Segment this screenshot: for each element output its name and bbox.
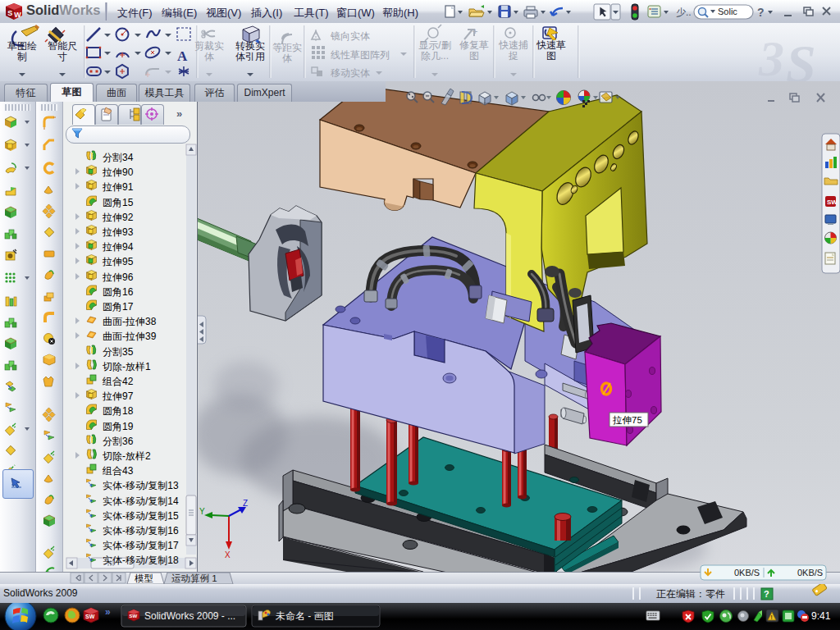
svg-text:移动实体: 移动实体	[331, 67, 370, 79]
svg-text:运动算例 1: 运动算例 1	[171, 573, 217, 583]
svg-text:图: 图	[546, 50, 556, 62]
svg-text:SW: SW	[827, 199, 838, 206]
svg-text:拉伸75: 拉伸75	[612, 415, 642, 425]
svg-text:体: 体	[282, 52, 292, 64]
svg-text:SolidWorks 2009 - ...: SolidWorks 2009 - ...	[144, 610, 235, 622]
svg-text:剪裁实: 剪裁实	[194, 40, 224, 52]
svg-text:Z: Z	[243, 499, 248, 508]
svg-text:Y: Y	[199, 507, 205, 516]
svg-text:制: 制	[17, 51, 27, 62]
svg-text:快速草: 快速草	[536, 39, 566, 51]
svg-text:+: +	[472, 26, 477, 36]
svg-text:!: !	[771, 614, 773, 621]
svg-text:除几...: 除几...	[421, 50, 449, 62]
svg-text:?: ?	[764, 589, 769, 599]
svg-text:9:41: 9:41	[811, 610, 831, 622]
svg-text:SW: SW	[85, 614, 95, 619]
svg-text:线性草图阵列: 线性草图阵列	[331, 49, 390, 61]
svg-text:X: X	[225, 550, 231, 559]
svg-text:»: »	[105, 606, 111, 618]
svg-text:草图绘: 草图绘	[7, 40, 37, 52]
svg-text:SW: SW	[130, 614, 138, 619]
svg-text:0KB/S: 0KB/S	[797, 568, 823, 578]
svg-text:0KB/S: 0KB/S	[734, 568, 760, 578]
svg-text:修复草: 修复草	[459, 39, 489, 51]
svg-text:模型: 模型	[135, 573, 153, 583]
svg-text:W: W	[14, 11, 21, 19]
svg-text:显示/删: 显示/删	[418, 39, 450, 51]
svg-text:镜向实体: 镜向实体	[330, 30, 370, 42]
svg-text:A: A	[177, 48, 188, 64]
svg-text:体: 体	[204, 51, 214, 62]
svg-text:Solic: Solic	[718, 7, 737, 16]
svg-text:未命名 - 画图: 未命名 - 画图	[276, 610, 334, 622]
svg-text:少..: 少..	[676, 7, 692, 18]
svg-text:智能尺: 智能尺	[48, 40, 77, 52]
svg-text:3: 3	[758, 30, 784, 81]
svg-text:S: S	[7, 9, 12, 17]
svg-text:等距实: 等距实	[272, 42, 302, 53]
svg-text:体引用: 体引用	[235, 51, 265, 62]
svg-text:?: ?	[757, 6, 765, 19]
svg-text:S: S	[786, 34, 816, 81]
svg-text:捉: 捉	[508, 50, 518, 62]
svg-text:寸: 寸	[57, 51, 67, 62]
svg-text:转换实: 转换实	[235, 40, 265, 52]
svg-text:快速捕: 快速捕	[498, 39, 528, 51]
svg-text:图: 图	[469, 50, 479, 62]
